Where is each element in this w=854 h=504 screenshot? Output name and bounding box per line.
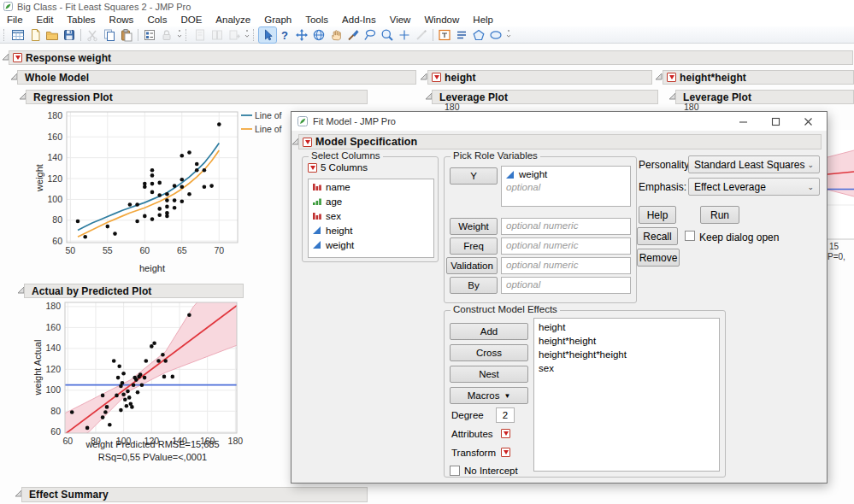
regression-plot-chart: 50556065706080100120140160180heightweigh… (31, 106, 296, 278)
open-icon[interactable] (44, 27, 61, 43)
arrow-tool-icon[interactable] (259, 27, 276, 43)
disclosure-triangle[interactable] (420, 73, 427, 80)
y-role-box[interactable]: weight optional (501, 166, 631, 207)
effect-item[interactable]: height (534, 320, 719, 334)
paste-icon[interactable] (118, 27, 135, 43)
data-table-properties-icon[interactable] (141, 27, 158, 43)
journal-page-icon (191, 27, 209, 43)
nest-button[interactable]: Nest (450, 366, 528, 383)
effect-item[interactable]: height*height*height (534, 348, 719, 361)
maximize-button[interactable] (762, 113, 789, 131)
column-item-weight[interactable]: weight (309, 237, 433, 252)
menu-item-help[interactable]: Help (466, 15, 500, 25)
validation-role-button[interactable]: Validation (446, 257, 498, 274)
red-triangle-menu-icon[interactable] (667, 73, 676, 82)
annotate-polygon-icon[interactable] (470, 27, 487, 43)
weight-role-box[interactable]: optional numeric (501, 218, 631, 235)
whole-model-header-bar: Whole Model (17, 70, 416, 85)
menu-item-edit[interactable]: Edit (30, 15, 61, 25)
nominal-column-icon (312, 211, 321, 220)
help-button[interactable]: Help (639, 206, 676, 224)
menu-item-tools[interactable]: Tools (298, 15, 335, 25)
recall-button[interactable]: Recall (637, 227, 678, 245)
red-triangle-menu-icon[interactable] (303, 138, 312, 147)
menu-item-view[interactable]: View (383, 15, 418, 25)
run-button[interactable]: Run (700, 206, 739, 224)
actual-by-predicted-header-bar: Actual by Predicted Plot (24, 284, 244, 298)
weight-role-button[interactable]: Weight (450, 218, 498, 235)
help-tool-icon[interactable]: ? (276, 27, 293, 43)
toolbar-overflow-icon[interactable] (175, 27, 184, 43)
brush-tool-icon[interactable] (345, 27, 362, 43)
grabber-tool-icon[interactable] (327, 27, 345, 43)
columns-listbox[interactable]: nameagesexheightweight (308, 179, 434, 258)
column-item-name[interactable]: name (309, 179, 433, 194)
no-intercept-checkbox[interactable] (450, 466, 460, 476)
svg-text:55: 55 (103, 245, 113, 255)
toolbar-overflow-icon[interactable] (504, 27, 513, 43)
column-item-age[interactable]: age (309, 194, 433, 208)
keep-dialog-open-checkbox[interactable] (685, 231, 695, 241)
toolbar-overflow-icon[interactable] (243, 27, 251, 43)
menu-item-tables[interactable]: Tables (60, 15, 102, 25)
menu-item-cols[interactable]: Cols (140, 15, 174, 25)
continuous-column-icon (312, 240, 321, 249)
dialog-titlebar: Fit Model - JMP Pro (292, 112, 827, 131)
scroller-tool-icon[interactable] (310, 27, 327, 43)
emphasis-dropdown[interactable]: Effect Leverage ⌄ (688, 178, 820, 196)
new-data-table-icon[interactable] (9, 27, 27, 43)
column-item-label: name (326, 182, 350, 192)
add-data-icon (226, 27, 243, 43)
menu-item-doe[interactable]: DOE (174, 15, 209, 25)
macros-button[interactable]: Macros ▼ (450, 387, 528, 404)
red-triangle-menu-icon[interactable] (13, 53, 22, 62)
copy-icon[interactable] (101, 27, 118, 43)
select-columns-label: Select Columns (309, 150, 383, 161)
annotate-text-icon[interactable] (436, 27, 453, 43)
disclosure-triangle[interactable] (655, 73, 663, 80)
attributes-menu-icon[interactable] (501, 429, 510, 438)
personality-dropdown[interactable]: Standard Least Squares ⌄ (688, 155, 820, 173)
cross-button[interactable]: Cross (450, 344, 528, 361)
lasso-tool-icon[interactable] (362, 27, 379, 43)
menu-item-window[interactable]: Window (417, 15, 466, 25)
transform-menu-icon[interactable] (501, 448, 510, 457)
svg-text:120: 120 (47, 173, 62, 184)
remove-button[interactable]: Remove (637, 249, 680, 267)
y-role-placeholder: optional (502, 180, 630, 192)
validation-role-box[interactable]: optional numeric (501, 257, 631, 274)
by-role-button[interactable]: By (450, 277, 498, 294)
toolbar-separator (80, 29, 81, 41)
svg-text:80: 80 (50, 406, 61, 416)
y-role-button[interactable]: Y (450, 167, 498, 185)
new-journal-icon[interactable] (27, 27, 44, 43)
magnifier-tool-icon[interactable] (379, 27, 396, 43)
construct-model-effects-label: Construct Model Effects (451, 304, 560, 314)
save-icon[interactable] (61, 27, 78, 43)
by-role-box[interactable]: optional (501, 277, 631, 294)
selection-tool-icon[interactable] (293, 27, 310, 43)
menu-item-addins[interactable]: Add-Ins (335, 15, 383, 25)
column-item-height[interactable]: height (309, 223, 433, 237)
effect-item[interactable]: height*height (534, 334, 719, 348)
annotate-oval-icon[interactable] (487, 27, 504, 43)
add-button[interactable]: Add (450, 323, 528, 340)
menu-item-file[interactable]: File (0, 15, 30, 25)
response-header-bar: Response weight (9, 50, 853, 65)
ordinal-column-icon (312, 196, 321, 206)
freq-role-button[interactable]: Freq (450, 237, 498, 255)
crosshair-tool-icon[interactable] (396, 27, 413, 43)
red-triangle-menu-icon[interactable] (432, 73, 441, 82)
menu-item-graph[interactable]: Graph (257, 15, 298, 25)
freq-role-box[interactable]: optional numeric (501, 237, 631, 255)
minimize-button[interactable] (729, 113, 757, 131)
effect-item[interactable]: sex (534, 361, 719, 375)
column-item-sex[interactable]: sex (309, 208, 433, 223)
close-button[interactable] (794, 113, 822, 131)
red-triangle-menu-icon[interactable] (308, 163, 317, 173)
effects-listbox[interactable]: height height*height height*height*heigh… (533, 318, 720, 472)
menu-item-rows[interactable]: Rows (103, 15, 141, 25)
degree-value-field[interactable]: 2 (496, 407, 515, 423)
annotate-lines-icon[interactable] (453, 27, 470, 43)
menu-item-analyze[interactable]: Analyze (209, 15, 257, 25)
